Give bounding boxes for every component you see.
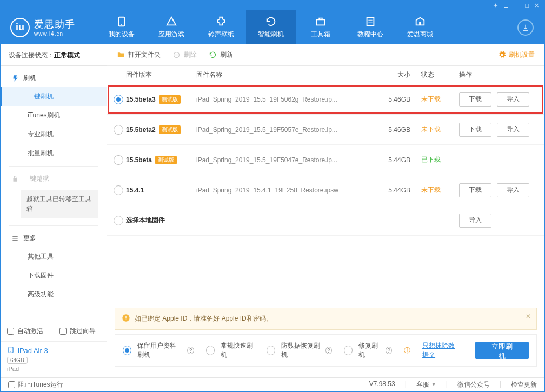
row-radio[interactable] (114, 185, 123, 195)
col-size: 大小 (367, 70, 410, 79)
check-update-link[interactable]: 检查更新 (511, 380, 537, 389)
flash-mode-2[interactable]: 防数据恢复刷机? (267, 341, 332, 360)
beta-tag: 测试版 (155, 156, 177, 164)
jailbreak-note: 越狱工具已转移至工具箱 (21, 190, 98, 218)
sidebar: 设备连接状态：正常模式 刷机 一键刷机iTunes刷机专业刷机批量刷机 一键越狱… (1, 44, 107, 377)
brand-url: www.i4.cn (34, 31, 75, 37)
top-tab-1[interactable]: 应用游戏 (147, 10, 196, 44)
row-radio[interactable] (114, 216, 123, 225)
download-button[interactable]: 下载 (459, 183, 491, 197)
sidebar-flash-item-1[interactable]: iTunes刷机 (1, 106, 107, 125)
support-link[interactable]: 客服▼ (416, 380, 436, 389)
storage-badge: 64GB (7, 357, 28, 364)
auto-activate-checkbox[interactable] (7, 328, 14, 335)
radio-icon[interactable] (267, 346, 275, 355)
sidebar-flash-item-3[interactable]: 批量刷机 (1, 144, 107, 163)
downloads-icon[interactable] (517, 19, 534, 36)
top-tab-0[interactable]: 我的设备 (97, 10, 147, 44)
block-itunes-label: 阻止iTunes运行 (18, 380, 63, 389)
top-tab-3[interactable]: 智能刷机 (246, 10, 296, 44)
sidebar-more-item-0[interactable]: 其他工具 (1, 247, 107, 266)
top-tab-6[interactable]: 爱思商城 (395, 10, 445, 44)
beta-tag: 测试版 (159, 125, 181, 134)
row-filename: iPad_Spring_2019_15.5_19F5047e_Restore.i… (196, 156, 367, 164)
top-tab-5[interactable]: 教程中心 (345, 10, 395, 44)
svg-point-1 (121, 24, 122, 25)
device-info[interactable]: iPad Air 3 64GB iPad (1, 341, 107, 377)
open-folder-button[interactable]: 打开文件夹 (117, 50, 161, 59)
status-bar: 阻止iTunes运行 V7.98.53 | 客服▼ | 微信公众号 | 检查更新 (1, 377, 544, 391)
lock-icon (11, 175, 19, 183)
notice-close-icon[interactable]: ✕ (526, 313, 531, 320)
flash-settings-button[interactable]: 刷机设置 (498, 50, 535, 59)
table-header: 固件版本 固件名称 大小 状态 操作 (107, 66, 544, 84)
flash-action-bar: 保留用户资料刷机?常规快速刷机防数据恢复刷机?修复刷机? ⓘ 只想抹除数据？ 立… (115, 334, 537, 367)
top-tab-2[interactable]: 铃声壁纸 (196, 10, 246, 44)
top-tab-4[interactable]: 工具箱 (296, 10, 345, 44)
close-icon[interactable]: ✕ (534, 2, 539, 9)
row-version: 15.5beta3 (126, 96, 156, 103)
minimize-icon[interactable]: ― (514, 2, 520, 9)
block-itunes-checkbox[interactable] (8, 381, 15, 388)
sidebar-flash-item-2[interactable]: 专业刷机 (1, 125, 107, 144)
row-size: 5.46GB (367, 96, 410, 103)
svg-rect-7 (12, 240, 17, 240)
row-filename: iPad_Spring_2019_15.4.1_19E258_Restore.i… (196, 187, 367, 194)
radio-icon[interactable] (344, 346, 353, 355)
svg-rect-4 (419, 22, 421, 25)
sidebar-more-item-2[interactable]: 高级功能 (1, 285, 107, 304)
row-radio[interactable] (114, 95, 123, 104)
download-button[interactable]: 下载 (459, 123, 491, 137)
info-icon[interactable]: ⓘ (404, 346, 410, 355)
refresh-button[interactable]: 刷新 (209, 50, 233, 59)
flash-icon (11, 75, 19, 82)
import-button[interactable]: 导入 (497, 123, 529, 137)
sidebar-more-item-1[interactable]: 下载固件 (1, 266, 107, 285)
flash-mode-0[interactable]: 保留用户资料刷机? (123, 341, 194, 360)
app-header: iu 爱思助手 www.i4.cn 我的设备应用游戏铃声壁纸智能刷机工具箱教程中… (1, 10, 544, 44)
col-version: 固件版本 (126, 70, 196, 79)
help-icon[interactable]: ? (386, 347, 392, 354)
row-version: 选择本地固件 (126, 216, 165, 225)
maximize-icon[interactable]: □ (525, 2, 529, 9)
row-radio[interactable] (114, 155, 123, 165)
row-size: 5.46GB (367, 126, 410, 134)
erase-only-link[interactable]: 只想抹除数据？ (422, 341, 463, 360)
row-filename: iPad_Spring_2019_15.5_19F5057e_Restore.i… (196, 126, 367, 134)
skip-guide-label: 跳过向导 (70, 327, 96, 336)
download-button[interactable]: 下载 (459, 92, 491, 107)
help-icon[interactable]: ? (187, 347, 194, 354)
firmware-row[interactable]: 15.5beta测试版iPad_Spring_2019_15.5_19F5047… (107, 145, 544, 175)
sidebar-group-flash[interactable]: 刷机 (1, 69, 107, 87)
radio-icon[interactable] (123, 346, 131, 355)
svg-rect-6 (12, 238, 17, 238)
import-button[interactable]: 导入 (459, 214, 491, 228)
firmware-row[interactable]: 选择本地固件导入 (107, 205, 544, 236)
list-icon[interactable]: ≣ (503, 2, 508, 9)
content-pane: 打开文件夹 删除 刷新 刷机设置 固件版本 固件名称 大小 状态 操作 15.5… (107, 44, 544, 377)
firmware-row[interactable]: 15.4.1iPad_Spring_2019_15.4.1_19E258_Res… (107, 175, 544, 205)
sidebar-flash-item-0[interactable]: 一键刷机 (1, 87, 107, 106)
sidebar-group-jailbreak: 一键越狱 (1, 170, 107, 188)
row-status: 已下载 (410, 155, 448, 164)
import-button[interactable]: 导入 (497, 92, 529, 107)
flash-now-button[interactable]: 立即刷机 (475, 342, 529, 359)
flash-mode-3[interactable]: 修复刷机? (344, 341, 392, 360)
window-controls: ✦ ≣ ― □ ✕ (1, 1, 544, 10)
row-size: 5.44GB (367, 187, 410, 194)
firmware-row[interactable]: 15.5beta3测试版iPad_Spring_2019_15.5_19F506… (107, 84, 544, 115)
flash-mode-1[interactable]: 常规快速刷机 (206, 341, 255, 360)
app-menu-icon[interactable]: ✦ (493, 2, 498, 9)
radio-icon[interactable] (206, 346, 215, 355)
help-icon[interactable]: ? (325, 347, 332, 354)
row-status: 未下载 (410, 95, 448, 104)
svg-rect-13 (125, 320, 126, 320)
row-radio[interactable] (114, 125, 123, 135)
firmware-row[interactable]: 15.5beta2测试版iPad_Spring_2019_15.5_19F505… (107, 115, 544, 145)
row-size: 5.44GB (367, 156, 410, 164)
import-button[interactable]: 导入 (497, 183, 529, 197)
skip-guide-checkbox[interactable] (59, 328, 67, 335)
wechat-link[interactable]: 微信公众号 (457, 380, 490, 389)
beta-tag: 测试版 (159, 95, 181, 104)
sidebar-group-more[interactable]: 更多 (1, 229, 107, 247)
